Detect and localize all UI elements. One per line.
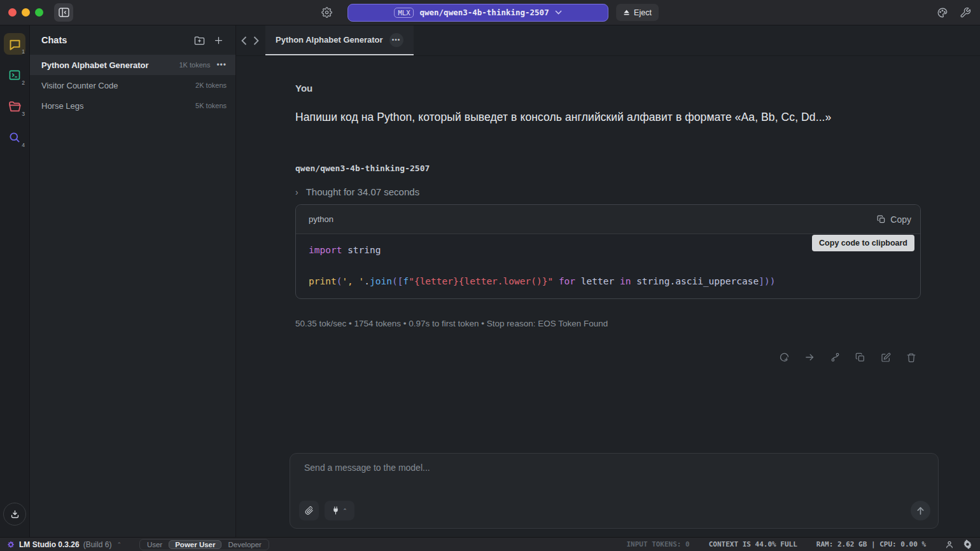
new-folder-icon	[194, 36, 205, 45]
send-message-button[interactable]	[911, 501, 930, 520]
user-message-sender: You	[295, 83, 921, 94]
model-loader: MLX qwen/qwen3-4b-thinking-2507 Eject	[321, 4, 659, 22]
nav-badge: 1	[22, 48, 25, 55]
copy-code-button[interactable]: Copy	[877, 214, 911, 225]
chevron-up-icon: ⌃	[342, 508, 347, 514]
message-actions	[295, 349, 921, 366]
history-forward-button[interactable]	[253, 36, 259, 45]
continue-button[interactable]	[800, 349, 819, 366]
search-icon	[8, 131, 21, 144]
tab-title: Python Alphabet Generator	[276, 35, 383, 45]
chat-list-item[interactable]: Visitor Counter Code 2K tokens	[30, 75, 235, 95]
tab-menu-button[interactable]: •••	[389, 33, 403, 47]
plug-icon	[332, 506, 340, 515]
model-settings-gear-icon[interactable]	[321, 7, 332, 18]
left-nav-rail: 1 2 3 4	[0, 25, 30, 537]
main-layout: 1 2 3 4	[0, 25, 980, 537]
input-tokens-stat: INPUT TOKENS: 0	[626, 540, 689, 548]
chevron-up-icon: ⌃	[116, 541, 122, 548]
copy-message-button[interactable]	[851, 349, 870, 366]
new-folder-button[interactable]	[190, 31, 209, 49]
chat-item-menu-button[interactable]: •••	[216, 60, 227, 69]
eject-icon	[623, 9, 630, 16]
nav-my-models-button[interactable]: 3	[4, 95, 25, 117]
model-selector-dropdown[interactable]: MLX qwen/qwen3-4b-thinking-2507	[347, 4, 608, 22]
chats-title: Chats	[41, 35, 190, 45]
conversation: You Напиши код на Python, который выведе…	[236, 56, 921, 366]
chat-token-count: 1K tokens	[179, 61, 210, 69]
thought-label: Thought for 34.07 seconds	[306, 186, 419, 197]
download-icon	[10, 509, 20, 520]
code-block-header: python Copy	[296, 205, 920, 234]
theme-palette-icon[interactable]	[937, 7, 948, 18]
close-window-button[interactable]	[8, 8, 17, 17]
attach-file-button[interactable]	[299, 501, 319, 520]
nav-badge: 4	[22, 142, 25, 148]
mlx-badge: MLX	[395, 8, 414, 18]
code-language-label: python	[309, 214, 877, 224]
ram-cpu-stat: RAM: 2.62 GB | CPU: 0.00 %	[816, 540, 926, 548]
user-account-icon[interactable]	[945, 540, 954, 549]
user-message-text: Напиши код на Python, который выведет в …	[295, 111, 921, 124]
loaded-model-name: qwen/qwen3-4b-thinking-2507	[419, 8, 549, 17]
eject-label: Eject	[634, 8, 652, 17]
paperclip-icon	[305, 506, 314, 515]
copy-label: Copy	[890, 214, 911, 225]
arrow-up-icon	[916, 506, 925, 515]
generation-stats: 50.35 tok/sec • 1754 tokens • 0.97s to f…	[295, 319, 921, 328]
nav-developer-button[interactable]: 2	[4, 64, 25, 86]
copy-icon	[877, 215, 886, 224]
mode-user[interactable]: User	[141, 540, 169, 549]
assistant-model-name: qwen/qwen3-4b-thinking-2507	[295, 164, 921, 173]
user-mode-switch: User Power User Developer	[139, 539, 269, 550]
eject-model-button[interactable]: Eject	[616, 4, 659, 21]
integrations-plug-button[interactable]: ⌃	[325, 501, 354, 520]
history-back-button[interactable]	[241, 36, 247, 45]
terminal-icon	[8, 69, 21, 81]
app-name: LM Studio 0.3.26	[19, 540, 80, 549]
toggle-sidebar-button[interactable]	[54, 3, 73, 22]
top-bar-right	[937, 7, 971, 18]
message-input[interactable]	[304, 463, 928, 494]
chat-list-item[interactable]: Horse Legs 5K tokens	[30, 95, 235, 116]
nav-chat-button[interactable]: 1	[4, 33, 25, 55]
chat-name: Horse Legs	[41, 101, 190, 111]
status-bar-right: INPUT TOKENS: 0 CONTEXT IS 44.0% FULL RA…	[626, 540, 972, 549]
chat-token-count: 5K tokens	[195, 102, 227, 109]
plus-icon	[214, 36, 223, 45]
developer-wrench-icon[interactable]	[960, 7, 971, 18]
status-bar: LM Studio 0.3.26 (Build 6) ⌃ User Power …	[0, 537, 980, 551]
downloads-button[interactable]	[3, 503, 26, 526]
mode-power-user[interactable]: Power User	[169, 540, 221, 549]
message-composer: ⌃	[290, 453, 939, 529]
chat-list: Python Alphabet Generator 1K tokens ••• …	[30, 55, 235, 116]
app-version[interactable]: LM Studio 0.3.26 (Build 6) ⌃	[6, 540, 122, 549]
regenerate-button[interactable]	[774, 349, 794, 366]
zoom-window-button[interactable]	[35, 8, 43, 17]
branch-button[interactable]	[825, 349, 844, 366]
nav-badge: 3	[22, 111, 25, 117]
nav-badge: 2	[22, 80, 25, 86]
new-chat-button[interactable]	[209, 31, 228, 49]
chevron-right-icon: ›	[295, 187, 298, 197]
mode-developer[interactable]: Developer	[221, 540, 267, 549]
context-stat[interactable]: CONTEXT IS 44.0% FULL	[709, 540, 797, 548]
build-number: (Build 6)	[83, 540, 112, 549]
chevron-down-icon	[555, 10, 562, 15]
chat-bubble-icon	[8, 38, 22, 51]
chat-name: Visitor Counter Code	[41, 81, 190, 90]
nav-discover-button[interactable]: 4	[4, 127, 25, 148]
chat-list-item[interactable]: Python Alphabet Generator 1K tokens •••	[30, 55, 235, 75]
folder-icon	[8, 100, 22, 113]
minimize-window-button[interactable]	[22, 8, 30, 17]
copy-tooltip: Copy code to clipboard	[812, 235, 914, 251]
tab-python-alphabet-generator[interactable]: Python Alphabet Generator •••	[265, 25, 414, 55]
edit-message-button[interactable]	[876, 349, 895, 366]
thought-toggle[interactable]: › Thought for 34.07 seconds	[295, 186, 921, 197]
composer-toolbar: ⌃	[299, 501, 930, 520]
delete-message-button[interactable]	[902, 349, 921, 366]
chats-header: Chats	[30, 25, 235, 55]
chat-name: Python Alphabet Generator	[41, 60, 174, 70]
settings-gear-icon[interactable]	[963, 540, 972, 549]
tab-bar: Python Alphabet Generator •••	[236, 25, 980, 56]
